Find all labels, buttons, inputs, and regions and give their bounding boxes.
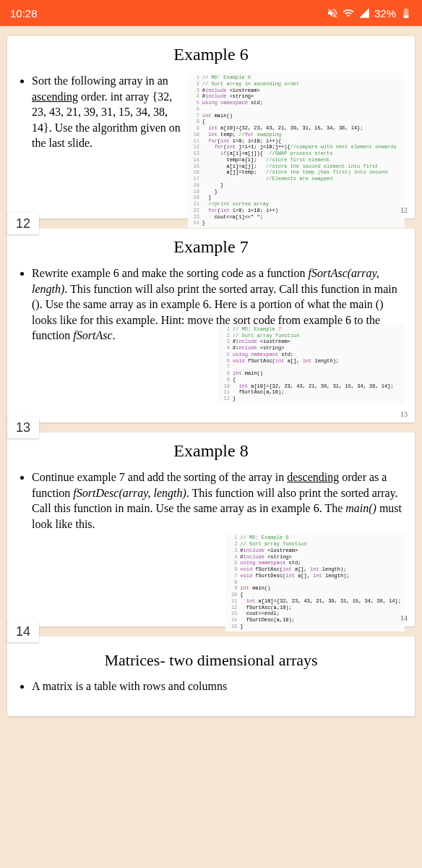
slide-text: Rewrite example 6 and make the sorting c… (17, 265, 405, 404)
code-snippet-7: 1// MD: Example 7 2// Sort array functio… (218, 325, 405, 404)
slide-text: A matrix is a table with rows and column… (17, 678, 405, 694)
signal-icon (358, 7, 370, 19)
status-icons: 32% (327, 7, 412, 20)
battery-percent: 32% (374, 7, 396, 20)
slide-example-6[interactable]: Example 6 Sort the following array in an… (7, 36, 415, 218)
slide-text: Sort the following array in an ascending… (17, 73, 182, 151)
slide-title: Example 7 (17, 237, 405, 257)
slide-title: Example 8 (17, 441, 405, 461)
slide-title: Matrices- two dimensional arrays (17, 651, 405, 670)
page-indicator-12: 12 (7, 213, 39, 234)
slide-example-7[interactable]: Example 7 Rewrite example 6 and make the… (7, 229, 415, 422)
status-time: 10:28 (10, 7, 38, 20)
slide-page-number: 12 (400, 206, 408, 214)
mute-icon (327, 7, 338, 19)
page-indicator-13: 13 (7, 417, 39, 438)
slide-page-number: 13 (400, 410, 408, 418)
slide-title: Example 6 (17, 45, 405, 64)
battery-icon (400, 7, 412, 19)
wifi-icon (343, 7, 354, 19)
status-bar: 10:28 32% (0, 0, 422, 26)
slide-matrices[interactable]: Matrices- two dimensional arrays A matri… (7, 637, 415, 716)
slide-example-8[interactable]: Example 8 Continue example 7 and add the… (7, 433, 415, 626)
code-snippet-6: 1// MD: Example 6 2// Sort array in asce… (188, 73, 405, 228)
slide-text: Continue example 7 and add the sorting o… (17, 469, 405, 631)
code-snippet-8: 1// MD: Example 8 2// Sort array functio… (225, 533, 405, 631)
document-scroll[interactable]: Example 6 Sort the following array in an… (0, 26, 422, 726)
slide-page-number: 14 (400, 614, 408, 622)
page-indicator-14: 14 (7, 621, 39, 642)
